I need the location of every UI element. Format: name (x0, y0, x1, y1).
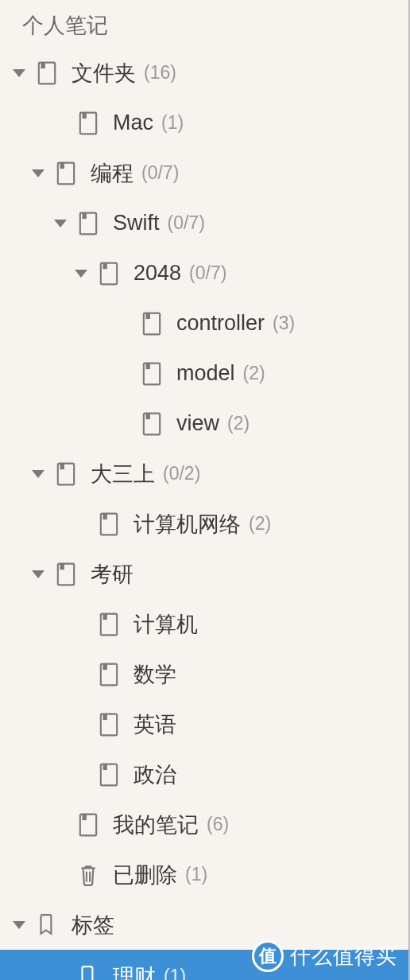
tree-item-count: (0/7) (168, 212, 205, 234)
notebook-icon (95, 611, 122, 638)
folder-tree: 文件夹(16) Mac(1) 编程(0/7) Swift(0/7) 2048(0… (0, 48, 408, 980)
tree-item-trash[interactable]: 已删除(1) (0, 850, 408, 900)
svg-rect-21 (60, 563, 64, 570)
svg-rect-15 (146, 413, 150, 419)
tree-item-label: 计算机 (133, 610, 198, 639)
tree-item-label: 编程 (91, 159, 133, 188)
tree-item-ctrl[interactable]: controller(3) (0, 298, 408, 348)
notebook-icon (138, 410, 165, 438)
tree-item-kaoyan[interactable]: 考研 (0, 549, 408, 599)
sidebar-header: 个人笔记 (0, 0, 408, 48)
svg-rect-3 (83, 112, 87, 119)
tree-item-count: (3) (273, 313, 295, 334)
tree-item-label: 政治 (133, 760, 176, 789)
tree-item-label: 英语 (133, 710, 176, 739)
notebook-icon (95, 661, 122, 688)
notebook-icon (95, 511, 122, 538)
tree-item-cs[interactable]: 计算机 (0, 599, 408, 649)
tree-item-mynotes[interactable]: 我的笔记(6) (0, 799, 408, 850)
tag-icon (75, 963, 102, 981)
svg-rect-1 (41, 62, 45, 68)
disclosure-triangle-icon[interactable] (32, 570, 44, 578)
tree-item-count: (0/7) (141, 162, 179, 184)
notes-sidebar: 个人笔记 文件夹(16) Mac(1) 编程(0/7) Swift(0/7) 2… (0, 0, 410, 980)
tree-item-count: (1) (185, 864, 207, 885)
svg-rect-7 (83, 212, 87, 219)
tree-item-junior[interactable]: 大三上(0/2) (0, 449, 408, 499)
disclosure-triangle-icon[interactable] (13, 69, 25, 77)
tree-item-label: 2048 (133, 261, 181, 286)
trash-icon (75, 861, 102, 889)
tree-item-label: 我的笔记 (113, 811, 199, 839)
tree-item-count: (1) (164, 966, 186, 980)
tree-item-eng[interactable]: 英语 (0, 699, 408, 749)
disclosure-triangle-icon[interactable] (32, 470, 44, 478)
tree-item-math[interactable]: 数学 (0, 649, 408, 699)
svg-rect-5 (60, 162, 64, 169)
tree-item-count: (2) (227, 413, 249, 434)
tree-item-swift[interactable]: Swift(0/7) (0, 198, 408, 248)
tree-item-label: 考研 (91, 560, 133, 589)
tag-icon (33, 912, 60, 939)
tree-item-view[interactable]: view(2) (0, 399, 408, 449)
notebook-icon (52, 160, 79, 187)
notebook-icon (52, 461, 79, 488)
tree-item-label: 理财 (113, 962, 156, 981)
notebook-icon (95, 260, 122, 287)
svg-rect-25 (103, 663, 107, 670)
disclosure-triangle-icon[interactable] (54, 220, 67, 228)
svg-rect-19 (103, 513, 107, 519)
tree-item-model[interactable]: model(2) (0, 348, 408, 399)
tree-item-label: 大三上 (91, 460, 155, 488)
tree-item-label: controller (176, 311, 265, 336)
notebook-icon (95, 761, 122, 788)
tree-item-label: 文件夹 (72, 59, 136, 88)
tree-item-folders[interactable]: 文件夹(16) (0, 48, 408, 98)
tree-item-label: Swift (113, 211, 160, 235)
svg-rect-9 (103, 262, 107, 269)
tree-item-count: (0/7) (189, 262, 226, 284)
disclosure-triangle-icon[interactable] (75, 270, 87, 278)
svg-rect-29 (103, 764, 107, 770)
svg-rect-17 (60, 463, 64, 469)
tree-item-count: (1) (161, 112, 184, 134)
svg-rect-27 (103, 714, 107, 720)
svg-rect-13 (146, 363, 150, 369)
notebook-icon (75, 110, 102, 137)
tree-item-finance[interactable]: 理财(1) (0, 950, 408, 980)
tree-item-count: (0/2) (163, 463, 200, 484)
tree-item-label: 已删除 (113, 861, 177, 889)
notebook-icon (95, 711, 122, 738)
tree-item-count: (16) (144, 62, 176, 84)
svg-rect-11 (146, 313, 150, 319)
tree-item-g2048[interactable]: 2048(0/7) (0, 248, 408, 298)
tree-item-count: (6) (207, 814, 229, 835)
tree-item-net[interactable]: 计算机网络(2) (0, 499, 408, 549)
tree-item-count: (2) (243, 363, 265, 384)
svg-rect-31 (83, 814, 87, 820)
tree-item-label: 数学 (133, 660, 176, 689)
disclosure-triangle-icon[interactable] (13, 921, 25, 929)
notebook-icon (138, 360, 165, 387)
tree-item-label: Mac (113, 111, 153, 135)
tree-item-label: view (176, 411, 219, 436)
notebook-icon (75, 811, 102, 838)
tree-item-pol[interactable]: 政治 (0, 749, 408, 799)
tree-item-label: 计算机网络 (133, 510, 241, 539)
disclosure-triangle-icon[interactable] (32, 169, 44, 177)
tree-item-coding[interactable]: 编程(0/7) (0, 148, 408, 198)
tree-item-count: (2) (249, 513, 271, 535)
tree-item-label: 标签 (72, 911, 114, 939)
notebook-icon (138, 310, 165, 337)
notebook-icon (52, 561, 79, 588)
tree-item-tags[interactable]: 标签 (0, 900, 408, 950)
tree-item-label: model (176, 361, 235, 386)
tree-item-mac[interactable]: Mac(1) (0, 98, 408, 148)
notebook-icon (33, 60, 60, 87)
notebook-icon (75, 210, 102, 237)
svg-rect-23 (103, 613, 107, 620)
